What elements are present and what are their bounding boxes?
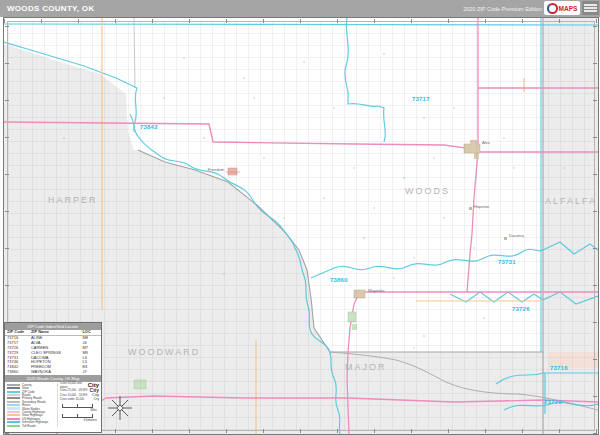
county-label-alfalfa: ALFALFA	[545, 196, 597, 206]
zip-label-73717: 73717	[412, 96, 430, 102]
zip-label-73731: 73731	[498, 259, 516, 265]
legend-cities: Cities 50,000 and aboveCity Cities 25,00…	[57, 383, 99, 427]
zip-index-row: 73860WAYNOKAJ7	[5, 370, 101, 375]
town-label-hopeton: Hopeton	[474, 204, 489, 209]
town-hopeton	[469, 207, 472, 210]
scale-miles-label: Miles	[60, 408, 97, 412]
zip-label-73842: 73842	[140, 124, 158, 130]
town-dacoma	[504, 237, 507, 240]
county-label-harper: HARPER	[48, 195, 98, 205]
brand-logo: MAPS	[544, 1, 580, 15]
zip-label-73716: 73716	[550, 365, 568, 371]
scale-bars: Miles Kilometers	[60, 404, 99, 422]
legend-box: ZIP Code Index/Grid Locator ZIP CodeZIP …	[4, 322, 102, 433]
scale-km-label: Kilometers	[60, 418, 97, 422]
legend-city-row: Cities under 10,000City	[60, 397, 99, 402]
town-label-waynoka: Waynoka	[368, 288, 385, 293]
legend-symbol-row: Toll Roads	[7, 424, 57, 427]
logo-brand-text: MAPS	[559, 5, 578, 12]
title-bar: WOODS COUNTY, OK 2020 ZIP Code Premium E…	[0, 0, 600, 17]
zip-label-73726: 73726	[512, 306, 530, 312]
region-alfalfa	[543, 18, 598, 434]
county-label-woodward: WOODWARD	[128, 347, 200, 357]
grid-ticks-top	[4, 19, 598, 23]
town-label-dacoma: Dacoma	[509, 233, 524, 238]
park-southwest	[134, 380, 146, 389]
globe-icon	[547, 3, 558, 14]
county-label-major: MAJOR	[345, 362, 387, 372]
page-title: WOODS COUNTY, OK	[7, 4, 94, 13]
town-label-freedom: Freedom	[208, 167, 224, 172]
zip-label-73729: 73729	[544, 399, 562, 405]
logo-side-panel	[582, 1, 599, 15]
county-label-woods: WOODS	[405, 186, 450, 196]
zip-label-73860: 73860	[330, 277, 348, 283]
legend-city-row: Cities 10,000 - 24,999City	[60, 392, 99, 397]
legend-symbols: County State ZIP Code Roads Primary Road…	[5, 382, 101, 427]
town-label-alva: Alva	[482, 140, 490, 145]
edition-label: 2020 ZIP Code Premium Edition	[463, 6, 542, 12]
grid-ticks-right	[593, 18, 597, 434]
